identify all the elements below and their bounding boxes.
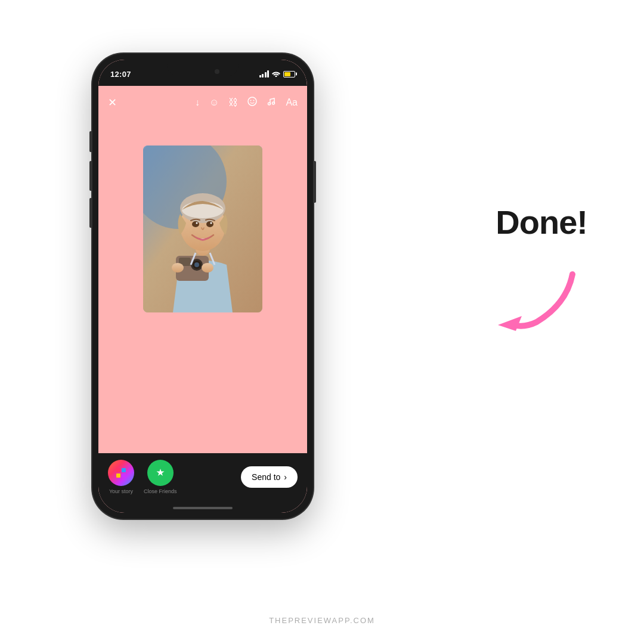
svg-rect-28 [122, 473, 126, 478]
svg-rect-26 [122, 468, 126, 472]
close-friends-circle [147, 460, 174, 486]
battery-fill [284, 72, 290, 76]
sticker-face-icon[interactable]: ☺ [209, 97, 219, 108]
svg-point-20 [172, 263, 184, 273]
music-icon[interactable] [267, 97, 276, 109]
story-content: ✕ ↓ ☺ ⛓ [98, 86, 307, 513]
home-indicator [173, 507, 233, 509]
send-to-label: Send to [252, 472, 280, 482]
power-button [314, 161, 316, 203]
volume-buttons [89, 161, 92, 228]
close-friends-label: Close Friends [144, 488, 177, 494]
svg-point-21 [202, 263, 213, 273]
send-to-chevron: › [284, 472, 287, 482]
svg-point-19 [194, 262, 199, 267]
link-icon[interactable]: ⛓ [228, 97, 238, 108]
your-story-circle [108, 460, 134, 486]
toolbar-left[interactable]: ✕ [108, 96, 117, 109]
status-bar: 12:07 [98, 67, 307, 81]
svg-point-11 [192, 221, 199, 227]
close-icon[interactable]: ✕ [108, 97, 117, 109]
text-tool-icon[interactable]: Aa [286, 97, 298, 108]
photo-background [143, 145, 262, 312]
arrow-annotation [489, 256, 584, 352]
status-icons [259, 70, 296, 78]
svg-point-12 [206, 221, 213, 227]
watermark: THEPREVIEWAPP.COM [269, 616, 375, 625]
svg-point-2 [253, 100, 255, 101]
status-time: 12:07 [110, 70, 131, 79]
svg-point-1 [250, 100, 252, 101]
wifi-icon [272, 70, 280, 78]
signal-icon [259, 70, 270, 78]
page: 12:07 [0, 0, 644, 644]
svg-point-13 [196, 222, 198, 224]
close-friends-button[interactable]: Close Friends [144, 460, 177, 494]
battery-icon [283, 71, 295, 78]
volume-down-button [89, 198, 92, 228]
svg-point-14 [210, 222, 212, 224]
svg-point-10 [182, 202, 224, 218]
phone-screen: 12:07 [98, 60, 307, 513]
svg-point-3 [268, 103, 271, 105]
story-photo [143, 145, 262, 312]
download-icon[interactable]: ↓ [195, 97, 200, 108]
story-toolbar: ✕ ↓ ☺ ⛓ [98, 91, 307, 114]
your-story-label: Your story [109, 488, 133, 494]
volume-up-button [89, 161, 92, 191]
story-bottom-bar: Your story Close Friends Send to [98, 453, 307, 513]
svg-rect-27 [116, 473, 120, 478]
svg-point-4 [273, 102, 275, 104]
emoji-sticker-icon[interactable] [247, 97, 257, 109]
phone-mockup: 12:07 [92, 54, 313, 519]
svg-point-0 [248, 97, 256, 106]
svg-rect-25 [116, 468, 120, 472]
your-story-button[interactable]: Your story [108, 460, 134, 494]
toolbar-right: ↓ ☺ ⛓ [195, 97, 298, 109]
done-text: Done! [496, 203, 587, 242]
send-to-button[interactable]: Send to › [241, 466, 298, 488]
